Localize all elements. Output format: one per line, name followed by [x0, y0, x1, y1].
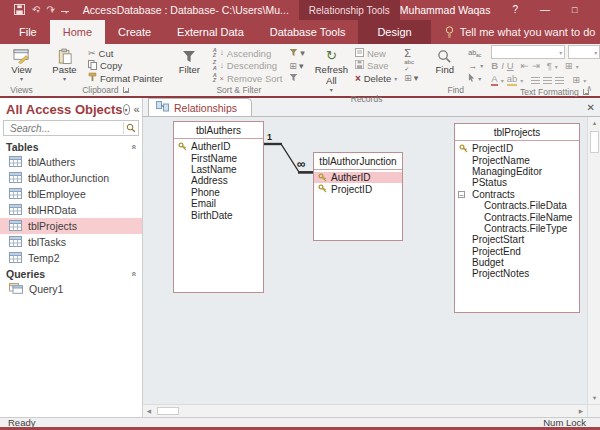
- nav-item-tblemployee[interactable]: tblEmployee: [0, 186, 142, 202]
- scroll-right-icon[interactable]: ▶: [576, 408, 586, 414]
- paste-button[interactable]: Paste▾: [46, 45, 83, 85]
- tab-file[interactable]: File: [6, 20, 50, 44]
- new-record-button[interactable]: New: [353, 47, 399, 60]
- field-row[interactable]: AutherID: [174, 141, 263, 152]
- format-painter-button[interactable]: Format Painter: [86, 72, 165, 85]
- field-row[interactable]: PStatus: [455, 177, 579, 188]
- scroll-up-icon[interactable]: ▲: [591, 118, 597, 128]
- align-right-icon[interactable]: [555, 77, 564, 84]
- horizontal-scroll-thumb[interactable]: [157, 407, 179, 415]
- nav-item-query1[interactable]: Query1: [0, 281, 142, 297]
- highlight-color-icon[interactable]: ab: [507, 74, 518, 86]
- table-window-tblprojects[interactable]: tblProjectsProjectIDProjectNameManagingE…: [454, 123, 580, 313]
- increase-indent-icon[interactable]: ⇥: [532, 61, 540, 71]
- align-center-icon[interactable]: [543, 77, 552, 84]
- nav-item-tblhrdata[interactable]: tblHRData: [0, 202, 142, 218]
- font-color-icon[interactable]: A: [491, 74, 497, 86]
- nav-item-tblprojects[interactable]: tblProjects: [0, 218, 142, 234]
- scroll-left-icon[interactable]: ◀: [144, 408, 154, 414]
- field-row[interactable]: AutherID: [314, 172, 402, 183]
- search-icon[interactable]: [126, 119, 136, 137]
- select-button[interactable]: ▾: [466, 72, 485, 85]
- copy-button[interactable]: Copy: [86, 60, 165, 73]
- gridlines-icon[interactable]: ⊞: [565, 61, 573, 71]
- save-record-button[interactable]: Save: [353, 60, 399, 73]
- descending-button[interactable]: ZA↓Descending: [211, 60, 285, 73]
- nav-search-box[interactable]: [3, 120, 139, 136]
- tab-external-data[interactable]: External Data: [164, 20, 257, 44]
- totals-button[interactable]: Σ: [402, 47, 420, 60]
- refresh-all-button[interactable]: ↻ Refresh All▾: [313, 45, 350, 94]
- field-row[interactable]: LastName: [174, 164, 263, 175]
- find-button[interactable]: Find: [426, 45, 463, 85]
- nav-menu-icon[interactable]: ▼: [123, 104, 130, 115]
- vertical-scroll-thumb[interactable]: [590, 131, 599, 153]
- font-name-combo[interactable]: ▾: [491, 45, 565, 59]
- align-left-icon[interactable]: [531, 77, 540, 84]
- tab-relationships[interactable]: Relationships: [148, 98, 252, 116]
- delete-record-button[interactable]: ×Delete▾: [353, 72, 399, 85]
- italic-button[interactable]: I: [501, 61, 504, 71]
- bold-button[interactable]: B: [491, 61, 498, 71]
- field-row[interactable]: –Contracts: [455, 189, 579, 200]
- field-row[interactable]: Contracts.FileData: [455, 200, 579, 211]
- document-close-icon[interactable]: ✕: [587, 102, 595, 113]
- nav-section-header[interactable]: Tables«: [0, 139, 142, 154]
- font-size-combo[interactable]: ▾: [568, 45, 600, 59]
- nav-item-tblauthers[interactable]: tblAuthers: [0, 154, 142, 170]
- field-row[interactable]: ProjectEnd: [455, 246, 579, 257]
- field-row[interactable]: ProjectStart: [455, 234, 579, 245]
- collapse-field-icon[interactable]: –: [458, 191, 465, 198]
- table-window-title[interactable]: tblAuthers: [174, 122, 263, 139]
- collapse-ribbon-icon[interactable]: ∧: [586, 84, 592, 93]
- field-row[interactable]: Address: [174, 175, 263, 186]
- field-row[interactable]: ManagingEditor: [455, 166, 579, 177]
- field-row[interactable]: Contracts.FileType: [455, 223, 579, 234]
- vertical-scrollbar[interactable]: ▲ ▼: [587, 117, 600, 404]
- relationships-canvas[interactable]: 1 ∞ tblAuthersAutherIDFirstNameLastNameA…: [143, 117, 587, 404]
- field-row[interactable]: Budget: [455, 257, 579, 268]
- user-name[interactable]: Muhammad Waqas: [400, 4, 491, 16]
- remove-sort-button[interactable]: AZ×Remove Sort: [211, 72, 285, 85]
- underline-button[interactable]: U: [507, 61, 514, 71]
- table-window-title[interactable]: tblAuthorJunction: [314, 153, 402, 170]
- goto-button[interactable]: →▾: [466, 60, 485, 73]
- tell-me-box[interactable]: Tell me what you want to do: [445, 20, 596, 44]
- filter-button[interactable]: Filter: [171, 45, 208, 85]
- more-records-button[interactable]: ⊞▾: [402, 72, 420, 85]
- cut-button[interactable]: ✂Cut: [86, 47, 165, 60]
- selection-filter-button[interactable]: ▾: [287, 47, 307, 60]
- table-window-tblauthers[interactable]: tblAuthersAutherIDFirstNameLastNameAddre…: [173, 121, 264, 293]
- nav-item-tblauthorjunction[interactable]: tblAuthorJunction: [0, 170, 142, 186]
- decrease-indent-icon[interactable]: ⇤: [521, 61, 529, 71]
- help-button[interactable]: ?: [512, 5, 518, 15]
- nav-item-tbltasks[interactable]: tblTasks: [0, 234, 142, 250]
- tab-database-tools[interactable]: Database Tools: [257, 20, 359, 44]
- field-row[interactable]: ProjectName: [455, 154, 579, 165]
- table-window-tblauthorjunction[interactable]: tblAuthorJunctionAutherIDProjectID: [313, 152, 403, 241]
- section-collapse-icon[interactable]: «: [128, 271, 138, 276]
- table-window-title[interactable]: tblProjects: [455, 124, 579, 141]
- shutter-bar-icon[interactable]: «: [134, 104, 140, 115]
- field-row[interactable]: Phone: [174, 187, 263, 198]
- section-collapse-icon[interactable]: «: [128, 144, 138, 149]
- text-direction-icon[interactable]: ¶: [547, 61, 552, 71]
- spelling-button[interactable]: abc✓: [402, 60, 420, 73]
- save-icon[interactable]: [14, 4, 25, 17]
- tab-design[interactable]: Design: [364, 20, 424, 44]
- field-row[interactable]: BirthDate: [174, 209, 263, 220]
- field-row[interactable]: ProjectID: [314, 183, 402, 194]
- field-row[interactable]: ProjectNotes: [455, 268, 579, 279]
- redo-icon[interactable]: ↷▾: [46, 5, 53, 15]
- scroll-down-icon[interactable]: ▼: [591, 393, 597, 403]
- maximize-button[interactable]: □: [572, 6, 577, 15]
- nav-item-temp2[interactable]: Temp2: [0, 250, 142, 266]
- advanced-filter-button[interactable]: ⊞▾: [287, 60, 307, 73]
- field-row[interactable]: ProjectID: [455, 143, 579, 154]
- clipboard-dialog-launcher-icon[interactable]: [123, 87, 129, 93]
- field-row[interactable]: FirstName: [174, 152, 263, 163]
- horizontal-scrollbar[interactable]: ◀ ▶: [143, 404, 587, 417]
- view-button[interactable]: View▾: [3, 45, 40, 83]
- ascending-button[interactable]: AZ↓Ascending: [211, 47, 285, 60]
- toggle-filter-button[interactable]: [287, 72, 307, 85]
